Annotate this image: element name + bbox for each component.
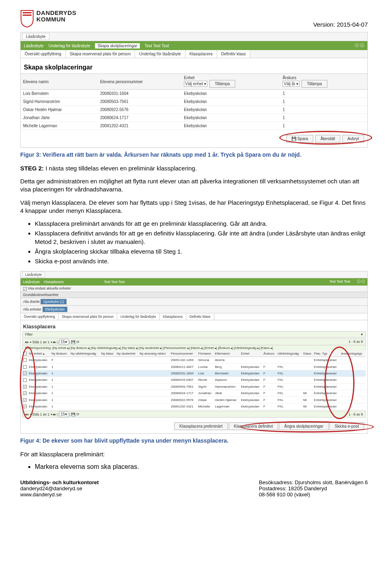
table-row[interactable]: ✓Ekebyskolan120080624-1717JonathanJärteE…: [22, 390, 366, 396]
col-header: Ny skolenhet: [116, 351, 139, 357]
arskurs-select[interactable]: Välj år ▾: [283, 81, 299, 87]
verksamhet-row: Grundskoleverksamhet: [21, 292, 367, 298]
perpage-select[interactable]: 15▾: [59, 339, 68, 345]
panel-title: Skapa skolplaceringar: [21, 58, 367, 74]
klassplacera-table: Ny enhet ▴Ny årskursNy utbildningsvägNy …: [22, 351, 366, 410]
screenshot-skapa-skolplaceringar: Läsårsbyte Läsårsbyte Underlag för läsår…: [20, 32, 368, 148]
document-footer: Utbildnings- och kulturkontoret danderyd…: [20, 479, 368, 498]
checkbox[interactable]: ✓: [23, 385, 27, 388]
table-row[interactable]: ✓Ekebyskolan120080331-1604LoisBernsteinE…: [22, 370, 366, 376]
window-tab[interactable]: Läsårsbyte: [22, 272, 45, 277]
action-button[interactable]: Ångra skolplaceringar: [279, 422, 329, 430]
checkbox-all[interactable]: [23, 352, 27, 355]
pager: ⏮ ◀ Sida 1 av 1 ▶ ⏭ | 15▾ | 💾 ⟳ 1 - 8 av…: [22, 338, 366, 345]
info-icon[interactable]: ⓘ ⓘ: [357, 279, 365, 284]
table-row[interactable]: Ekebyskolan120080415-0407NicoleAsplundEk…: [22, 377, 366, 383]
table-row[interactable]: ✓Ekebyskolan120080922-5576OskarHedén Hja…: [22, 397, 366, 403]
table-row[interactable]: Ekebyskolan120080211-4827LovisaBergEkeby…: [22, 363, 366, 370]
sort-row: Sorteringsordning: [Ny enhet ▴] [Ny årsk…: [22, 345, 366, 351]
breadcrumb-item[interactable]: Läsårsbyte: [23, 280, 40, 284]
window-tab[interactable]: Läsårsbyte: [22, 33, 49, 40]
logo: DANDERYDS KOMMUN: [20, 10, 76, 27]
panel-title: Klassplacera: [21, 320, 367, 331]
col-name: Elevens namn: [21, 74, 98, 90]
subtab[interactable]: Översikt uppflyttning: [21, 50, 66, 58]
subtab[interactable]: Definitiv klass: [217, 50, 250, 58]
col-header: Förnamn: [197, 351, 214, 357]
apply-button[interactable]: Tillämpa: [209, 80, 235, 88]
checkbox[interactable]: [23, 378, 27, 382]
figure-caption-4: Figur 4: De ekever som har blivit uppfly…: [20, 437, 368, 445]
action-button[interactable]: Skicka e-post: [329, 422, 364, 430]
checkbox[interactable]: ✓: [23, 398, 27, 402]
col-header: Ny klass: [100, 351, 116, 357]
table-row: Lois Bernstein20080331-1604Ekebyskolan1: [21, 90, 367, 98]
svg-rect-1: [23, 15, 32, 16]
checkbox[interactable]: [23, 358, 27, 362]
table-row: Jonathan Järte20080624-1717Ekebyskolan1: [21, 114, 367, 122]
pager: ⏮ ◀ Sida 1 av 1 ▶ ⏭ | 15▾ | 💾 ⟳ 1 - 8 av…: [22, 411, 366, 418]
subtab[interactable]: Underlag för läsårsbyte: [117, 313, 160, 320]
col-header: Klass: [302, 351, 313, 357]
user-name: Test Test Test: [104, 280, 124, 284]
checkbox[interactable]: ✓: [23, 391, 27, 395]
col-header: Årskurs: [263, 351, 277, 357]
svg-rect-0: [23, 12, 32, 13]
paragraph: Välj menyn klassplacera. De elever som h…: [20, 199, 368, 215]
table-row[interactable]: ✓Ekebyskolan120081202-4321MichelleLagerm…: [22, 403, 366, 410]
breadcrumb-item[interactable]: Läsårsbyte: [24, 44, 44, 48]
enhet-select[interactable]: Välj enhet ▾: [184, 81, 207, 87]
action-row: 💾 Spara Återställ Avbryt: [21, 130, 367, 147]
col-header: Ansökningstyp: [340, 351, 366, 357]
col-pnr: Elevens personnummer: [98, 74, 181, 90]
checkbox[interactable]: ✓: [23, 372, 27, 375]
list-item: Skicka e-post används inte.: [35, 257, 368, 265]
total-info: 1 - 8 av 8: [349, 340, 363, 344]
apply-button[interactable]: Tillämpa: [302, 80, 327, 88]
bullet-list: Markera eleverna som ska placeras.: [35, 463, 368, 470]
col-enhet: Enhet Välj enhet ▾ Tillämpa: [181, 74, 280, 90]
list-item: Klassplacera definitivt används för att …: [35, 229, 368, 246]
breadcrumb-item[interactable]: Klassplacera: [44, 280, 64, 284]
paragraph: För att klassplacera preliminärt:: [20, 450, 368, 458]
subtab[interactable]: Underlag för läsårsbyte: [135, 50, 185, 58]
table-row[interactable]: ✓Ekebyskolan120080503-7561SigridHammarst…: [22, 383, 366, 390]
logo-text-2: KOMMUN: [36, 16, 76, 23]
info-icon[interactable]: ⓘ ⓘ: [355, 43, 364, 48]
checkbox[interactable]: ✓: [23, 287, 27, 291]
distrikt-row: Alla distrikt Djursholm (1): [21, 298, 367, 306]
action-button[interactable]: Klassplacera preliminärt: [174, 422, 228, 430]
subtab[interactable]: Skapa reserverad plats för person: [66, 50, 135, 58]
filter-bar[interactable]: Filter▾: [22, 331, 366, 338]
subtab[interactable]: Definitiv klass: [186, 313, 214, 320]
bullet-list: Klassplacera preliminärt används för att…: [35, 220, 368, 265]
subtab[interactable]: Översikt uppflyttning: [21, 313, 59, 320]
breadcrumb-item[interactable]: Underlag för läsårsbyte: [48, 44, 90, 48]
save-button[interactable]: 💾 Spara: [286, 135, 313, 143]
version-label: Version: 2015-04-07: [313, 21, 368, 28]
subtab[interactable]: Skapa reserverad plats för person: [59, 313, 117, 320]
logo-text-1: DANDERYDS: [36, 10, 76, 16]
col-header: Plac. Typ: [313, 351, 340, 357]
table-row[interactable]: EkebyskolanF20091102-1269SimonaAberraEnh…: [22, 357, 366, 363]
action-button[interactable]: Klassplacera definitivt: [229, 422, 278, 430]
cancel-button[interactable]: Avbryt: [342, 135, 364, 143]
footer-line: Besöksadress: Djursholms slott, Banérväg…: [259, 479, 368, 485]
action-row: Klassplacera preliminärtKlassplacera def…: [21, 418, 367, 433]
checkbox[interactable]: [23, 365, 27, 369]
distrikt-chip[interactable]: Djursholm (1): [40, 299, 67, 304]
footer-line: danderyd24@danderyd.se: [20, 485, 99, 491]
col-header: Enhet: [240, 351, 263, 357]
col-header: Ny ansvarig rektor: [139, 351, 170, 357]
reset-button[interactable]: Återställ: [315, 135, 340, 143]
subtab[interactable]: Klassplacera: [186, 50, 217, 58]
enhet-chip[interactable]: Ekebyskolan: [42, 307, 67, 312]
footer-line: Postadress: 18205 Danderyd: [259, 485, 368, 491]
table-row: Michelle Lagerman20081202-4321Ekebyskola…: [21, 122, 367, 130]
subtab[interactable]: Klassplacera: [160, 313, 186, 320]
footer-line: 08-568 910 00 (växel): [259, 491, 368, 498]
screenshot-klassplacera: Läsårsbyte Läsårsbyte Klassplacera Test …: [20, 271, 368, 434]
step-2-text: STEG 2: I nästa steg tilldelas eleven en…: [20, 164, 368, 172]
checkbox[interactable]: ✓: [23, 405, 27, 408]
subtab-bar: Översikt uppflyttningSkapa reserverad pl…: [21, 50, 367, 58]
